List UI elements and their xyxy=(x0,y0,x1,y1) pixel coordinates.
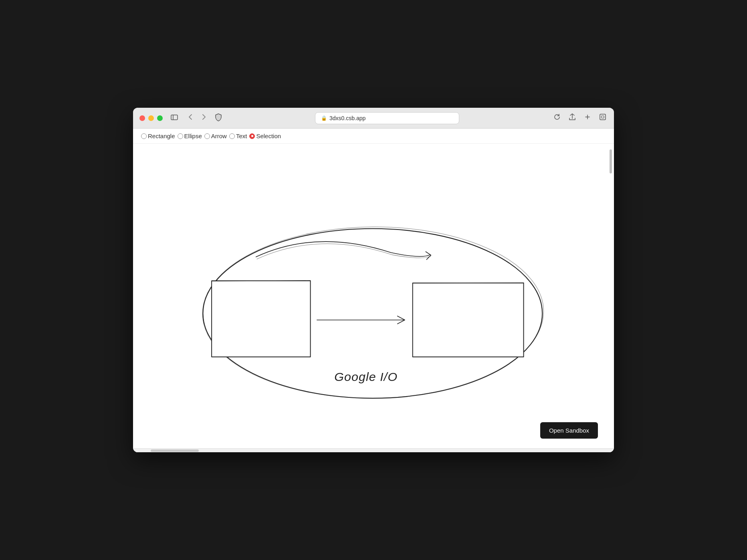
scrollbar-thumb[interactable] xyxy=(610,149,612,173)
maximize-button[interactable] xyxy=(157,115,163,121)
svg-rect-2 xyxy=(600,114,606,120)
open-sandbox-button[interactable]: Open Sandbox xyxy=(540,422,598,439)
shield-icon xyxy=(215,113,222,123)
close-button[interactable] xyxy=(139,115,145,121)
tool-ellipse[interactable]: Ellipse xyxy=(178,133,202,139)
vertical-scrollbar[interactable] xyxy=(609,144,612,448)
tool-text[interactable]: Text xyxy=(229,133,247,139)
tool-selection[interactable]: Selection xyxy=(249,133,281,139)
back-button[interactable] xyxy=(186,112,195,124)
forward-button[interactable] xyxy=(200,112,208,124)
google-io-label: Google I/O xyxy=(334,370,398,383)
address-bar[interactable]: 🔒 3dxs0.csb.app xyxy=(315,112,459,124)
browser-content: Rectangle Ellipse Arrow Text Selection xyxy=(133,129,614,452)
radio-rectangle[interactable] xyxy=(141,133,147,139)
traffic-lights xyxy=(139,115,163,121)
horizontal-scrollbar-thumb[interactable] xyxy=(151,449,199,452)
drawing-toolbar: Rectangle Ellipse Arrow Text Selection xyxy=(133,129,614,144)
tool-rectangle[interactable]: Rectangle xyxy=(141,133,175,139)
minimize-button[interactable] xyxy=(148,115,154,121)
radio-ellipse[interactable] xyxy=(178,133,183,139)
radio-selection[interactable] xyxy=(249,133,255,139)
svg-rect-3 xyxy=(602,116,604,118)
lock-icon: 🔒 xyxy=(321,115,327,121)
browser-toolbar-right xyxy=(552,112,608,124)
address-bar-container: 🔒 3dxs0.csb.app xyxy=(227,112,547,124)
radio-arrow[interactable] xyxy=(204,133,210,139)
share-button[interactable] xyxy=(567,112,577,124)
reload-button[interactable] xyxy=(552,112,562,124)
tool-arrow[interactable]: Arrow xyxy=(204,133,227,139)
browser-window: 🔒 3dxs0.csb.app xyxy=(133,108,614,452)
radio-text[interactable] xyxy=(229,133,235,139)
horizontal-scrollbar[interactable] xyxy=(133,448,614,452)
tabs-button[interactable] xyxy=(598,112,608,124)
sidebar-toggle-button[interactable] xyxy=(168,113,181,123)
svg-rect-0 xyxy=(171,115,178,120)
new-tab-button[interactable] xyxy=(583,112,592,124)
title-bar: 🔒 3dxs0.csb.app xyxy=(133,108,614,129)
drawing-canvas[interactable]: Google I/O xyxy=(133,144,614,448)
url-display: 3dxs0.csb.app xyxy=(329,115,365,121)
canvas-area[interactable]: Google I/O Open Sandbox xyxy=(133,144,614,448)
